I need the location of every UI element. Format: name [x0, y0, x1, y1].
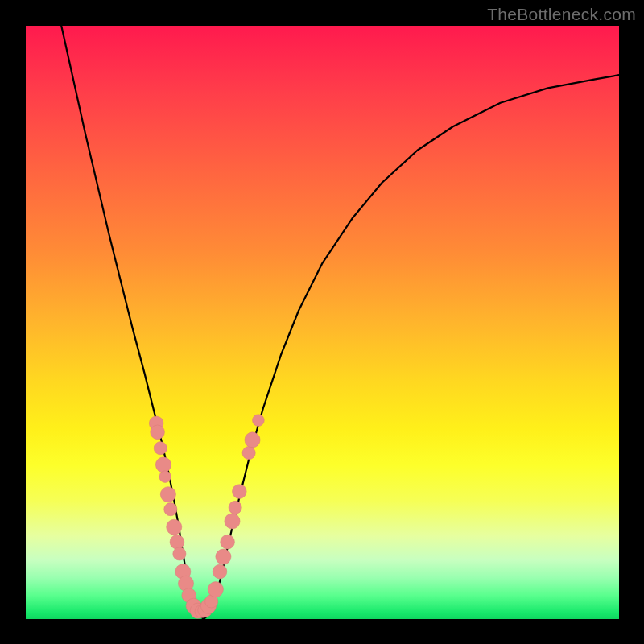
chart-container: TheBottleneck.com: [0, 0, 644, 644]
data-marker: [213, 564, 227, 579]
data-marker: [151, 425, 165, 440]
bottleneck-curve: [61, 26, 619, 619]
data-marker: [225, 514, 240, 529]
data-marker: [159, 471, 171, 483]
data-marker: [245, 432, 260, 448]
data-marker: [154, 442, 167, 455]
data-marker: [229, 501, 242, 514]
data-marker: [170, 535, 184, 549]
data-marker: [208, 582, 223, 597]
data-marker: [253, 415, 265, 427]
data-marker: [155, 457, 171, 473]
data-marker: [242, 447, 255, 460]
data-marker: [160, 487, 175, 502]
data-marker: [164, 503, 177, 516]
plot-area: [26, 26, 619, 619]
data-marker: [232, 485, 246, 499]
data-marker: [173, 547, 186, 560]
chart-svg: [26, 26, 619, 619]
data-marker: [221, 535, 235, 549]
data-marker: [167, 519, 182, 535]
data-marker: [216, 549, 231, 564]
marker-group: [149, 415, 264, 619]
watermark-text: TheBottleneck.com: [487, 5, 636, 24]
